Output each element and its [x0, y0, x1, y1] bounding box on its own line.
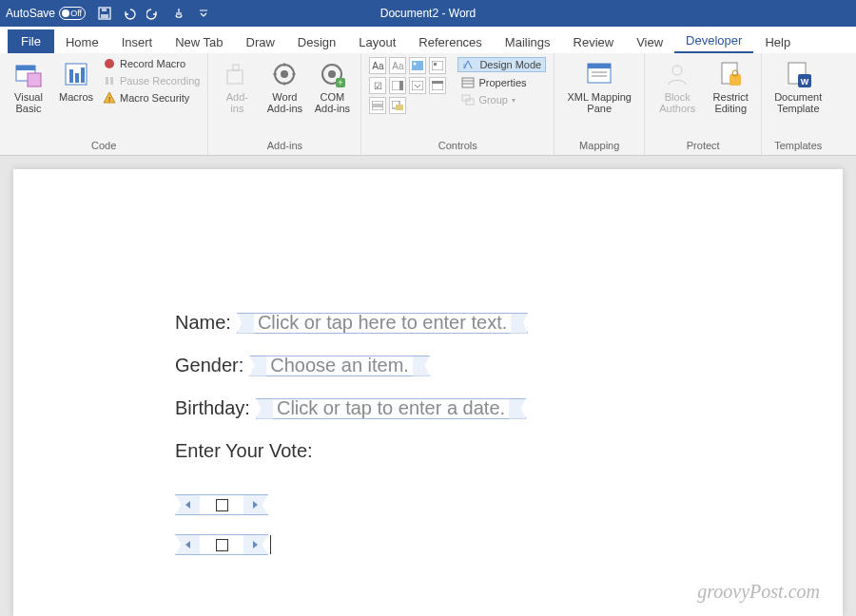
redo-icon[interactable]: [146, 6, 162, 21]
group-label-mapping: Mapping: [562, 138, 636, 155]
checkbox-control-icon[interactable]: ☑: [369, 77, 386, 94]
macros-button[interactable]: Macros: [55, 57, 97, 103]
tab-insert[interactable]: Insert: [110, 31, 165, 53]
svg-rect-15: [233, 65, 239, 70]
autosave-toggle[interactable]: AutoSave Off: [6, 7, 86, 20]
window-title: Document2 - Word: [380, 7, 476, 20]
svg-rect-12: [110, 77, 113, 85]
tab-file[interactable]: File: [8, 29, 54, 53]
group-label-addins: Add-ins: [216, 138, 353, 155]
name-label: Name:: [175, 312, 231, 334]
checkbox-1[interactable]: [200, 494, 243, 515]
svg-rect-14: [227, 70, 243, 84]
word-addins-button[interactable]: Word Add-ins: [263, 57, 305, 114]
content-control-handle-left-icon[interactable]: [175, 494, 200, 515]
content-control-handle-left-icon[interactable]: [175, 534, 200, 555]
svg-rect-36: [372, 106, 383, 110]
date-picker-control-icon[interactable]: [429, 77, 446, 94]
tab-references[interactable]: References: [407, 31, 493, 53]
checkbox-icon: [216, 499, 228, 511]
design-mode-button[interactable]: Design Mode: [457, 57, 546, 72]
svg-rect-9: [81, 67, 85, 83]
record-macro-button[interactable]: Record Macro: [103, 57, 200, 70]
xml-mapping-button[interactable]: XML Mapping Pane: [562, 57, 636, 114]
group-button[interactable]: Group ▾: [457, 93, 546, 106]
restrict-editing-button[interactable]: Restrict Editing: [708, 57, 753, 114]
svg-rect-34: [432, 81, 443, 84]
content-control-handle-left-icon[interactable]: [249, 356, 266, 376]
tab-home[interactable]: Home: [54, 31, 110, 53]
group-addins: Add- ins Word Add-ins + COM Add-ins Add-…: [208, 53, 361, 155]
picture-control-icon[interactable]: [409, 57, 426, 74]
touch-mode-icon[interactable]: [171, 6, 186, 21]
svg-rect-2: [102, 9, 107, 11]
birthday-content-control[interactable]: Click or tap to enter a date.: [256, 398, 526, 419]
group-label-code: Code: [8, 138, 200, 155]
content-control-handle-left-icon[interactable]: [256, 398, 273, 419]
tab-draw[interactable]: Draw: [235, 31, 286, 53]
checkbox-2[interactable]: [200, 534, 243, 555]
gender-label: Gender:: [175, 355, 243, 376]
word-addins-icon: [269, 59, 300, 89]
building-block-control-icon[interactable]: [429, 57, 446, 74]
legacy-tools-icon[interactable]: [389, 97, 406, 114]
content-control-handle-right-icon[interactable]: [413, 356, 430, 376]
tab-developer[interactable]: Developer: [674, 29, 753, 53]
document-template-button[interactable]: W Document Template: [769, 57, 827, 114]
undo-icon[interactable]: [122, 6, 137, 21]
ribbon-tabs: File Home Insert New Tab Draw Design Lay…: [0, 27, 856, 53]
name-content-control[interactable]: Click or tap here to enter text.: [237, 313, 528, 334]
addins-button: Add- ins: [216, 57, 258, 114]
save-icon[interactable]: [97, 6, 112, 21]
group-label-templates: Templates: [769, 138, 827, 155]
restrict-editing-icon: [715, 59, 746, 89]
properties-button[interactable]: Properties: [457, 76, 546, 89]
plain-text-control-icon[interactable]: Aa: [389, 57, 406, 74]
content-control-handle-right-icon[interactable]: [509, 398, 526, 419]
content-control-handle-right-icon[interactable]: [243, 534, 268, 555]
design-mode-icon: [462, 59, 476, 70]
watermark: groovyPost.com: [697, 581, 820, 603]
svg-rect-39: [463, 64, 466, 68]
pause-recording-button: Pause Recording: [103, 74, 200, 87]
svg-rect-28: [432, 61, 443, 70]
svg-rect-38: [396, 105, 403, 110]
rich-text-control-icon[interactable]: Aa: [369, 57, 386, 74]
vote-checkbox-control-2[interactable]: [175, 534, 268, 555]
content-control-handle-right-icon[interactable]: [511, 313, 528, 334]
visual-basic-button[interactable]: Visual Basic: [8, 57, 49, 114]
vote-checkbox-control-1[interactable]: [175, 494, 268, 515]
group-icon: [461, 94, 475, 106]
checkbox-icon: [216, 539, 228, 551]
svg-rect-26: [412, 61, 423, 70]
tab-help[interactable]: Help: [753, 31, 802, 53]
gender-content-control[interactable]: Choose an item.: [249, 356, 430, 376]
macros-icon: [61, 59, 91, 89]
field-name: Name: Click or tap here to enter text.: [175, 312, 843, 334]
repeating-section-control-icon[interactable]: [369, 97, 386, 114]
com-addins-button[interactable]: + COM Add-ins: [311, 57, 353, 114]
ribbon: Visual Basic Macros Record Macro Pause R…: [0, 53, 856, 156]
content-control-handle-right-icon[interactable]: [243, 494, 268, 515]
svg-rect-8: [75, 73, 79, 83]
svg-rect-32: [412, 81, 423, 90]
dropdown-control-icon[interactable]: [409, 77, 426, 94]
tab-review[interactable]: Review: [562, 31, 626, 53]
field-birthday: Birthday: Click or tap to enter a date.: [175, 397, 843, 419]
macro-security-button[interactable]: !Macro Security: [103, 91, 200, 105]
combobox-control-icon[interactable]: [389, 77, 406, 94]
content-control-handle-left-icon[interactable]: [237, 313, 254, 334]
tab-design[interactable]: Design: [286, 31, 347, 53]
xml-mapping-icon: [584, 59, 614, 89]
addins-icon: [222, 59, 252, 89]
qat-customize-icon[interactable]: [196, 6, 211, 21]
tab-newtab[interactable]: New Tab: [164, 31, 234, 53]
document-page[interactable]: Name: Click or tap here to enter text. G…: [13, 169, 843, 616]
quick-access-toolbar: [97, 6, 211, 21]
svg-text:+: +: [339, 78, 343, 87]
tab-view[interactable]: View: [625, 31, 674, 53]
svg-rect-46: [588, 64, 611, 68]
tab-mailings[interactable]: Mailings: [494, 31, 562, 53]
field-gender: Gender: Choose an item.: [175, 355, 843, 376]
tab-layout[interactable]: Layout: [347, 31, 407, 53]
